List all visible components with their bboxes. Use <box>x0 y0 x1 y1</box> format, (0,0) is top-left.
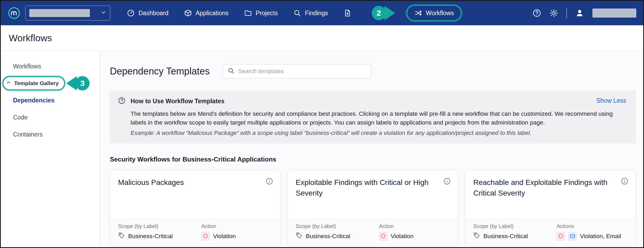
nav-item-label: Workflows <box>426 10 454 17</box>
nav-item-projects[interactable]: Projects <box>244 9 278 17</box>
template-card-reachable-exploitable[interactable]: Reachable and Exploitable Findings with … <box>465 170 636 247</box>
primary-nav: Dashboard Applications <box>127 5 462 21</box>
content-heading: Dependency Templates <box>110 66 210 77</box>
annotation-step-3-number: 3 <box>75 76 90 90</box>
search-input[interactable] <box>238 68 366 75</box>
sidebar-item-dependencies[interactable]: Dependencies <box>1 92 99 109</box>
scope-value: Business-Critical <box>483 233 528 240</box>
action-value: Violation <box>213 233 236 240</box>
info-box-example: Example: A workflow “Malicious Package” … <box>131 130 628 137</box>
navbar-left: Dashboard Applications <box>8 5 462 21</box>
info-icon[interactable] <box>621 177 629 219</box>
applications-icon <box>184 9 192 17</box>
navbar-right <box>532 8 636 18</box>
sidebar-item-template-gallery[interactable]: Template Gallery 3 <box>1 75 99 92</box>
dashboard-icon <box>127 9 135 17</box>
tag-icon <box>118 232 125 241</box>
main-content: Dependency Templates <box>100 51 643 247</box>
user-name-redacted <box>592 9 636 18</box>
action-label: Action <box>379 223 450 229</box>
findings-icon <box>293 9 301 17</box>
section-title: Security Workflows for Business-Critical… <box>110 156 636 163</box>
app-window: Dashboard Applications <box>0 0 644 248</box>
scope-label: Scope (by Label) <box>118 223 201 229</box>
sidebar-item-label: Containers <box>13 131 43 138</box>
violation-shield-icon <box>557 232 565 241</box>
scope-label: Scope (by Label) <box>473 223 557 229</box>
workflows-icon <box>414 9 422 17</box>
show-less-link[interactable]: Show Less <box>596 97 626 104</box>
card-title: Malicious Packages <box>118 177 184 219</box>
sidebar-item-label: Workflows <box>13 63 41 70</box>
nav-item-dashboard[interactable]: Dashboard <box>127 9 169 17</box>
search-icon <box>228 67 235 75</box>
template-cards: Malicious Packages Scope (by Label) <box>110 170 636 247</box>
card-title: Reachable and Exploitable Findings with … <box>473 177 616 219</box>
info-box-title: How to Use Workflow Templates <box>131 98 224 105</box>
caret-up-icon <box>6 80 11 87</box>
sidebar-item-containers[interactable]: Containers <box>1 126 99 143</box>
template-search <box>223 64 371 78</box>
nav-item-reports[interactable] <box>344 9 352 17</box>
report-icon <box>344 9 352 17</box>
email-icon <box>568 232 577 241</box>
sidebar-item-workflows[interactable]: Workflows <box>1 58 99 75</box>
template-card-exploitable-findings[interactable]: Exploitable Findings with Critical or Hi… <box>287 170 458 247</box>
annotation-step-2: 2 <box>372 6 395 20</box>
info-icon[interactable] <box>265 177 273 219</box>
tag-icon <box>473 232 480 241</box>
nav-item-findings[interactable]: Findings <box>293 9 328 17</box>
gear-icon[interactable] <box>549 9 558 18</box>
action-label: Action <box>201 223 272 229</box>
mend-logo-icon <box>8 7 20 19</box>
violation-shield-icon <box>201 232 210 241</box>
how-to-info-box: How to Use Workflow Templates Show Less … <box>110 90 636 143</box>
info-box-body: The templates below are Mend's definitio… <box>131 109 628 127</box>
top-navbar: Dashboard Applications <box>1 1 643 25</box>
annotation-arrow-right-icon <box>384 6 395 20</box>
chevron-down-icon <box>101 10 106 16</box>
sidebar-item-code[interactable]: Code <box>1 109 99 126</box>
nav-item-workflows[interactable]: Workflows <box>406 5 462 21</box>
template-card-malicious-packages[interactable]: Malicious Packages Scope (by Label) <box>110 170 281 247</box>
org-name-redacted <box>29 9 90 17</box>
page-title: Workflows <box>9 33 52 43</box>
annotation-step-2-number: 2 <box>372 6 386 20</box>
help-icon[interactable] <box>532 9 541 18</box>
violation-shield-icon <box>379 232 387 241</box>
sidebar-item-label: Code <box>13 114 28 121</box>
nav-item-label: Applications <box>196 10 229 17</box>
sidebar-item-label: Template Gallery <box>14 80 59 86</box>
nav-item-applications[interactable]: Applications <box>184 9 229 17</box>
action-value: Violation <box>391 233 413 240</box>
scope-label: Scope (by Label) <box>296 223 379 229</box>
sidebar-item-label: Dependencies <box>13 97 55 104</box>
org-selector-dropdown[interactable] <box>25 6 110 20</box>
sidebar: Workflows Template Gallery 3 Dependencie… <box>1 51 100 247</box>
annotation-step-3: 3 <box>66 76 90 90</box>
nav-item-label: Projects <box>256 10 278 17</box>
actions-label: Actions <box>557 223 628 229</box>
page-title-bar: Workflows <box>1 25 643 51</box>
scope-value: Business-Critical <box>306 233 350 240</box>
info-icon[interactable] <box>443 177 451 219</box>
scope-value: Business-Critical <box>128 233 173 240</box>
user-icon[interactable] <box>575 8 584 18</box>
actions-value: Violation, Email <box>580 233 621 240</box>
tag-icon <box>296 232 303 241</box>
projects-icon <box>244 9 252 17</box>
help-circle-icon <box>118 97 126 106</box>
navbar-divider <box>566 8 567 18</box>
nav-item-label: Findings <box>305 10 328 17</box>
nav-item-label: Dashboard <box>139 10 169 17</box>
card-title: Exploitable Findings with Critical or Hi… <box>296 177 439 219</box>
